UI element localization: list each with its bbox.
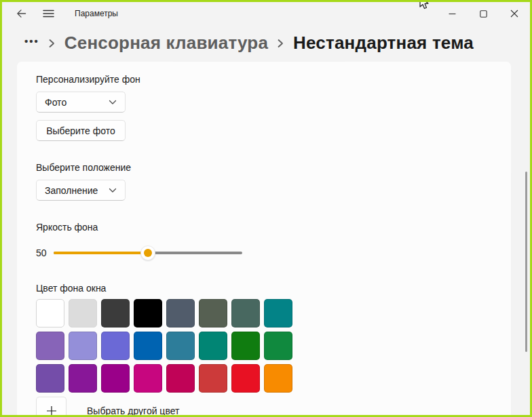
back-arrow-icon	[16, 9, 26, 18]
color-swatch[interactable]	[231, 364, 260, 393]
caption-controls	[436, 2, 530, 25]
breadcrumb-overflow-button[interactable]: •••	[24, 36, 39, 50]
color-swatch[interactable]	[134, 364, 162, 393]
color-swatch[interactable]	[166, 364, 195, 393]
brightness-label: Яркость фона	[36, 222, 492, 233]
color-swatch[interactable]	[264, 299, 292, 327]
add-color-label: Выбрать другой цвет	[87, 405, 179, 416]
mouse-cursor-icon	[418, 0, 429, 11]
color-swatch[interactable]	[134, 299, 162, 327]
color-swatch[interactable]	[101, 332, 130, 360]
color-grid	[36, 299, 292, 393]
content-card: Персонализируйте фон Фото Выберите фото …	[16, 61, 512, 417]
plus-icon	[46, 405, 57, 416]
slider-thumb-dot	[144, 249, 152, 257]
page-title: Нестандартная тема	[293, 33, 474, 54]
breadcrumb: ••• Сенсорная клавиатура Нестандартная т…	[2, 25, 530, 60]
color-swatch[interactable]	[36, 299, 64, 327]
color-swatch[interactable]	[199, 332, 227, 360]
minimize-button[interactable]	[436, 2, 468, 25]
color-swatch[interactable]	[36, 332, 64, 360]
background-type-value: Фото	[45, 97, 66, 108]
brightness-slider-row: 50	[36, 245, 492, 260]
brightness-slider[interactable]	[54, 252, 242, 254]
settings-window: Параметры ••• Сенсорная кл	[0, 0, 532, 417]
minimize-icon	[449, 10, 456, 18]
brightness-value: 50	[36, 247, 54, 258]
choose-photo-label: Выберите фото	[46, 125, 115, 136]
color-swatch[interactable]	[101, 364, 130, 393]
background-type-dropdown[interactable]: Фото	[36, 92, 126, 113]
color-swatch[interactable]	[69, 299, 97, 327]
personalize-background-label: Персонализируйте фон	[36, 74, 492, 85]
maximize-button[interactable]	[468, 2, 499, 25]
hamburger-icon	[43, 9, 54, 18]
choose-position-label: Выберите положение	[36, 162, 492, 173]
color-swatch[interactable]	[69, 364, 97, 393]
scrollbar-thumb[interactable]	[525, 172, 527, 352]
color-swatch[interactable]	[166, 299, 195, 327]
choose-photo-button[interactable]: Выберите фото	[36, 120, 126, 141]
window-title: Параметры	[75, 9, 118, 18]
add-color-button[interactable]	[36, 397, 66, 417]
position-value: Заполнение	[45, 185, 98, 196]
color-swatch[interactable]	[101, 299, 130, 327]
titlebar: Параметры	[2, 2, 530, 25]
chevron-right-icon	[278, 37, 284, 48]
color-swatch[interactable]	[199, 299, 227, 327]
window-color-label: Цвет фона окна	[36, 283, 492, 294]
maximize-icon	[480, 10, 487, 18]
chevron-down-icon	[109, 188, 117, 193]
color-swatch[interactable]	[264, 364, 292, 393]
color-swatch[interactable]	[36, 364, 64, 393]
color-swatch[interactable]	[69, 332, 97, 360]
color-swatch[interactable]	[231, 332, 260, 360]
chevron-right-icon	[49, 37, 55, 48]
color-swatch[interactable]	[231, 299, 260, 327]
breadcrumb-parent[interactable]: Сенсорная клавиатура	[64, 33, 268, 54]
color-swatch[interactable]	[199, 364, 227, 393]
color-swatch[interactable]	[264, 332, 292, 360]
color-swatch[interactable]	[166, 332, 195, 360]
slider-thumb[interactable]	[140, 245, 155, 260]
close-button[interactable]	[499, 2, 530, 25]
color-swatch[interactable]	[134, 332, 162, 360]
position-dropdown[interactable]: Заполнение	[36, 180, 126, 201]
nav-menu-button[interactable]	[38, 4, 58, 23]
back-button[interactable]	[11, 4, 31, 23]
add-color-row: Выбрать другой цвет	[36, 397, 492, 417]
chevron-down-icon	[109, 100, 117, 105]
slider-fill	[54, 252, 148, 254]
close-icon	[510, 9, 518, 18]
